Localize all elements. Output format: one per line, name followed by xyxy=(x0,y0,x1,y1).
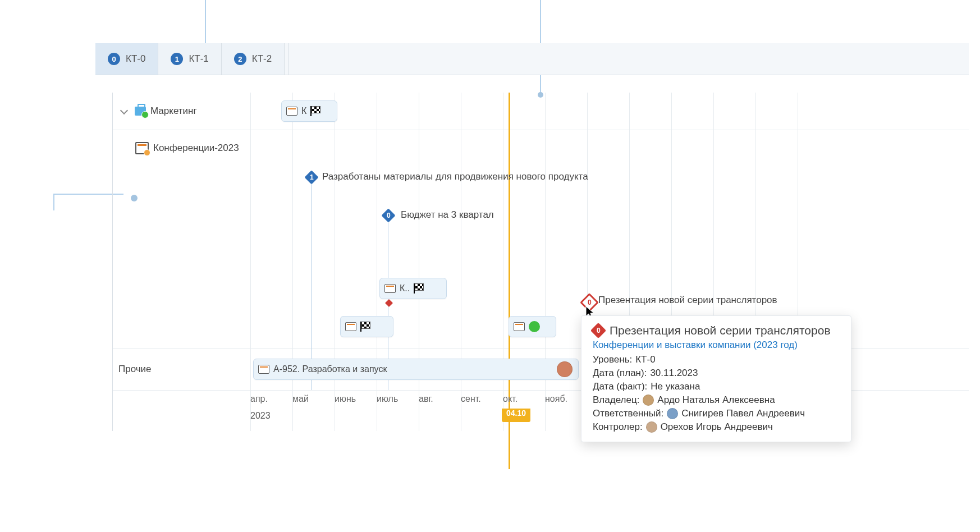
flag-icon xyxy=(360,322,370,332)
field-value: Снигирев Павел Андреевич xyxy=(681,408,805,419)
tab-kt1[interactable]: 1 КТ-1 xyxy=(158,43,221,75)
tab-bar: 0 КТ-0 1 КТ-1 2 КТ-2 xyxy=(95,43,969,75)
avatar xyxy=(667,408,678,419)
tree-label: Маркетинг xyxy=(150,106,197,117)
tooltip-title: Презентация новой серии трансляторов xyxy=(610,324,831,337)
month-label: апр. xyxy=(250,394,268,404)
avatar xyxy=(646,421,657,433)
task-label: К.. xyxy=(400,283,410,293)
tooltip-title-row: 0 Презентация новой серии трансляторов xyxy=(593,324,840,337)
tooltip-fact-date: Дата (факт): Не указана xyxy=(593,381,840,392)
tab-badge: 2 xyxy=(234,53,246,65)
grid-line xyxy=(503,93,503,431)
calendar-icon xyxy=(345,322,356,331)
calendar-icon xyxy=(384,284,396,293)
month-label: авг. xyxy=(419,394,433,404)
annotation-line-top xyxy=(205,0,206,48)
milestone-badge: 0 xyxy=(387,212,391,219)
grid-line xyxy=(250,93,251,431)
field-label: Дата (факт): xyxy=(593,381,647,392)
milestone-badge: 1 xyxy=(310,173,314,181)
flag-icon xyxy=(414,283,424,293)
calendar-icon xyxy=(514,322,525,331)
field-label: Владелец: xyxy=(593,395,639,406)
tree-label: Конференции-2023 xyxy=(153,143,239,154)
tab-kt2[interactable]: 2 КТ-2 xyxy=(222,43,285,75)
tree-row-conferences[interactable]: Конференции-2023 xyxy=(113,130,250,167)
month-label: нояб. xyxy=(545,394,567,404)
year-label: 2023 xyxy=(250,411,271,421)
annotation-line-left-v xyxy=(53,194,54,210)
tooltip-level: Уровень: КТ-0 xyxy=(593,354,840,365)
calendar-icon xyxy=(286,107,297,116)
grid-line xyxy=(335,93,335,431)
task-bar-other[interactable]: А-952. Разработка и запуск xyxy=(253,359,579,380)
milestone-label: Презентация новой серии трансляторов xyxy=(598,295,777,306)
month-label: июнь xyxy=(335,394,356,404)
month-label: май xyxy=(292,394,309,404)
milestone-marker[interactable]: 0 xyxy=(381,208,395,222)
tooltip-plan-date: Дата (план): 30.11.2023 xyxy=(593,368,840,379)
chevron-down-icon[interactable] xyxy=(121,107,129,115)
month-label: окт. xyxy=(503,394,518,404)
tab-label: КТ-0 xyxy=(126,53,145,65)
field-value: Ардо Наталья Алексеевна xyxy=(657,395,775,406)
tree-row-other[interactable]: Прочие xyxy=(113,351,250,388)
tooltip-owner: Владелец: Ардо Наталья Алексеевна xyxy=(593,395,840,406)
grid-line xyxy=(377,93,377,431)
today-badge: 04.10 xyxy=(502,409,530,422)
tab-badge: 1 xyxy=(171,53,183,65)
tab-bar-end xyxy=(285,43,288,75)
field-value: Не указана xyxy=(651,381,700,392)
tree-label: Прочие xyxy=(118,364,152,375)
field-value: КТ-0 xyxy=(635,354,655,365)
field-value: Орехов Игорь Андреевич xyxy=(661,421,773,433)
field-value: 30.11.2023 xyxy=(650,368,698,379)
avatar xyxy=(643,395,654,406)
small-diamond-icon xyxy=(385,299,393,307)
avatar xyxy=(557,361,573,377)
calendar-icon xyxy=(135,142,149,154)
milestone-tooltip: 0 Презентация новой серии трансляторов К… xyxy=(581,315,851,442)
milestone-label: Бюджет на 3 квартал xyxy=(401,209,494,221)
tab-label: КТ-1 xyxy=(189,53,208,65)
tree-row-marketing[interactable]: Маркетинг xyxy=(113,93,250,130)
briefcase-icon xyxy=(135,107,146,116)
task-bar[interactable]: К xyxy=(281,100,337,122)
gantt-left-column: Маркетинг Конференции-2023 Прочие xyxy=(113,93,251,431)
field-label: Дата (план): xyxy=(593,368,647,379)
milestone-marker[interactable]: 1 xyxy=(304,170,318,184)
calendar-icon xyxy=(258,365,269,374)
grid-line xyxy=(545,93,546,431)
tooltip-link[interactable]: Конференции и выставки компании (2023 го… xyxy=(593,340,840,351)
field-label: Ответственный: xyxy=(593,408,663,419)
month-label: июль xyxy=(377,394,398,404)
task-bar[interactable] xyxy=(340,316,393,337)
task-label: К xyxy=(301,106,306,116)
tooltip-responsible: Ответственный: Снигирев Павел Андреевич xyxy=(593,408,840,419)
field-label: Контролер: xyxy=(593,421,643,433)
status-dot-green xyxy=(529,321,540,332)
milestone-badge: 0 xyxy=(588,299,592,306)
tab-label: КТ-2 xyxy=(252,53,272,65)
milestone-marker-hover[interactable]: 0 xyxy=(580,293,599,312)
tooltip-controller: Контролер: Орехов Игорь Андреевич xyxy=(593,421,840,433)
grid-line xyxy=(419,93,419,431)
task-bar[interactable] xyxy=(509,316,556,337)
field-label: Уровень: xyxy=(593,354,632,365)
milestone-label: Разработаны материалы для продвижения но… xyxy=(322,171,588,182)
task-bar[interactable]: К.. xyxy=(379,278,447,299)
grid-line xyxy=(292,93,293,431)
tab-badge: 0 xyxy=(108,53,120,65)
task-label: А-952. Разработка и запуск xyxy=(273,364,387,374)
flag-icon xyxy=(310,106,320,116)
diamond-red-icon: 0 xyxy=(590,323,606,338)
month-label: сент. xyxy=(461,394,481,404)
tooltip-badge: 0 xyxy=(597,327,601,334)
tab-kt0[interactable]: 0 КТ-0 xyxy=(95,43,158,75)
grid-line xyxy=(461,93,461,431)
